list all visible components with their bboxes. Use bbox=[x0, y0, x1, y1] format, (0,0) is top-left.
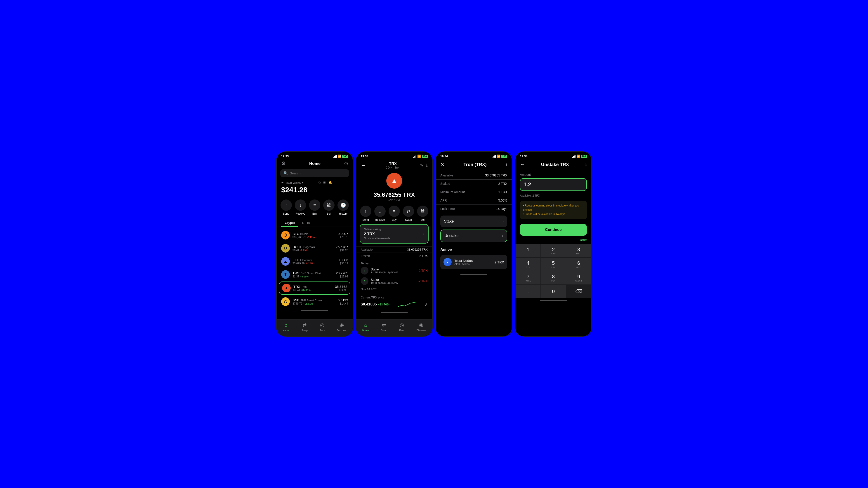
home-indicator-3 bbox=[460, 274, 487, 275]
home-icon: ⌂ bbox=[285, 322, 287, 328]
bnb-amount: 0.0192 $14.44 bbox=[338, 298, 348, 305]
trx-sell-btn[interactable]: 🏛 Sell bbox=[417, 205, 428, 221]
key-dot[interactable]: . bbox=[515, 285, 541, 298]
numpad: 1 2 ABC 3 DEF 4 GHI 5 bbox=[515, 244, 591, 298]
screens-container: 19:33 📶 100 ⚙ Home ⊙ 🔍 👁 bbox=[276, 151, 592, 337]
buy-button[interactable]: ≡ Buy bbox=[309, 199, 320, 215]
trx-receive-btn[interactable]: ↓ Receive bbox=[374, 205, 385, 221]
close-button-3[interactable]: ✕ bbox=[440, 162, 444, 167]
tab-nfts[interactable]: NFTs bbox=[298, 219, 313, 227]
nav-earn[interactable]: ◎ Earn bbox=[320, 322, 325, 332]
bell-icon[interactable]: 🔔 bbox=[329, 181, 332, 184]
edit-icon[interactable]: ✎ bbox=[420, 163, 423, 168]
status-icons-1: 📶 100 bbox=[333, 155, 348, 158]
battery-icon-4: 100 bbox=[581, 155, 587, 158]
key-8[interactable]: 8 TUV bbox=[541, 271, 566, 285]
nav-home[interactable]: ⌂ Home bbox=[283, 322, 289, 332]
chevron-up-price[interactable]: ∧ bbox=[425, 302, 428, 307]
search-bar[interactable]: 🔍 bbox=[280, 169, 349, 177]
status-icons-3: 📶 100 bbox=[493, 155, 507, 158]
sell-button[interactable]: 🏛 Sell bbox=[323, 199, 335, 215]
status-bar-4: 19:34 📶 100 bbox=[515, 152, 591, 160]
search-input[interactable] bbox=[290, 171, 346, 175]
amount-input[interactable] bbox=[524, 182, 592, 188]
nav-discover[interactable]: ◉ Discover bbox=[337, 322, 347, 332]
stake-button[interactable]: Stake › bbox=[440, 216, 507, 227]
amount-section: Amount ⊗ Max bbox=[515, 171, 591, 193]
available-row: Available 33.676255 TRX bbox=[356, 246, 432, 253]
key-3[interactable]: 3 DEF bbox=[566, 244, 591, 258]
key-5[interactable]: 5 JKL bbox=[541, 258, 566, 271]
unstake-button[interactable]: Unstake › bbox=[440, 230, 507, 242]
trx-buy-btn[interactable]: ≡ Buy bbox=[389, 205, 400, 221]
doge-info: DOGE Dogecoin $0.41 -2.99% bbox=[292, 245, 333, 252]
staking-header: ✕ Tron (TRX) ℹ bbox=[436, 160, 512, 171]
home-title: Home bbox=[309, 161, 320, 166]
eye-icon: 👁 bbox=[281, 181, 284, 184]
trust-nodes-amount: 2 TRX bbox=[495, 260, 504, 264]
home-indicator-1 bbox=[301, 310, 328, 311]
trx-swap-btn[interactable]: ⇄ Swap bbox=[403, 205, 414, 221]
bnb-item[interactable]: ⬡ BNB BNB Smart Chain $749.76 +15.61% 0.… bbox=[277, 295, 352, 308]
minimum-info-row: Minimum Amount 1 TRX bbox=[436, 188, 512, 196]
btc-info: BTC Bitcoin $95,963.78 -0.10% bbox=[292, 232, 335, 239]
done-link[interactable]: Done bbox=[515, 238, 591, 242]
nav-home-2[interactable]: ⌂ Home bbox=[362, 322, 369, 332]
trx-info: TRX Tron $0.41 +87.11% bbox=[293, 285, 332, 292]
trust-nodes-item[interactable]: ● Trust Nodes APR 5.06% 2 TRX bbox=[440, 255, 507, 269]
bottom-nav-2: ⌂ Home ⇄ Swap ◎ Earn ◉ Discover bbox=[356, 319, 432, 336]
screen-home: 19:33 📶 100 ⚙ Home ⊙ 🔍 👁 bbox=[276, 151, 353, 337]
home-header: ⚙ Home ⊙ bbox=[277, 160, 352, 169]
back-button-4[interactable]: ← bbox=[520, 162, 525, 167]
trx-send-btn[interactable]: ↑ Send bbox=[360, 205, 371, 221]
staking-card[interactable]: Native staking 2 TRX No claimable reward… bbox=[360, 224, 429, 243]
btc-item[interactable]: ₿ BTC Bitcoin $95,963.78 -0.10% 0.0007 $… bbox=[277, 229, 352, 242]
nav-swap[interactable]: ⇄ Swap bbox=[301, 322, 308, 332]
key-7[interactable]: 7 PQRS bbox=[515, 271, 541, 285]
qr-icon[interactable]: ⊞ bbox=[323, 181, 326, 184]
back-button-2[interactable]: ← bbox=[361, 162, 366, 168]
tab-crypto[interactable]: Crypto bbox=[281, 219, 298, 227]
nav-earn-2[interactable]: ◎ Earn bbox=[399, 322, 404, 332]
nav-discover-2[interactable]: ◉ Discover bbox=[416, 322, 426, 332]
price-section: Current TRX price $0.41035 +83.76% ∧ bbox=[356, 293, 432, 311]
wifi-icon-2: 📶 bbox=[417, 155, 421, 158]
doge-item[interactable]: D DOGE Dogecoin $0.41 -2.99% 75.5787 $31… bbox=[277, 242, 352, 255]
trx-amount: 35.6762 $14.98 bbox=[335, 285, 347, 292]
continue-button[interactable]: Continue bbox=[520, 224, 587, 236]
key-4[interactable]: 4 GHI bbox=[515, 258, 541, 271]
trx-balance: 35.676255 TRX ≈$14.64 bbox=[356, 191, 432, 202]
wifi-icon-4: 📶 bbox=[577, 155, 580, 158]
info-icon-4[interactable]: ℹ bbox=[585, 162, 587, 167]
nav-swap-2[interactable]: ⇄ Swap bbox=[381, 322, 387, 332]
tx-item-2[interactable]: ↑ Stake To: TFqEaQB...1pTKw47 -2 TRX bbox=[361, 277, 428, 285]
eth-item[interactable]: Ξ ETH Ethereum $3,629.39 -0.26% 0.0083 $… bbox=[277, 255, 352, 268]
home-indicator-4 bbox=[540, 300, 567, 301]
warning-text-2: • Funds will be available in 14 days bbox=[523, 212, 584, 217]
trx-item[interactable]: ▲ TRX Tron $0.41 +87.11% 35.6762 $14.98 bbox=[279, 282, 350, 295]
screen-tron-staking: 19:34 📶 100 ✕ Tron (TRX) ℹ Available 33.… bbox=[435, 151, 512, 337]
key-1[interactable]: 1 bbox=[515, 244, 541, 258]
trx-actions: ↑ Send ↓ Receive ≡ Buy ⇄ Swap 🏛 Sell bbox=[356, 203, 432, 224]
key-backspace[interactable]: ⌫ bbox=[566, 285, 591, 298]
amount-input-row: ⊗ Max bbox=[520, 178, 587, 191]
scan-icon[interactable]: ⊙ bbox=[344, 161, 348, 166]
key-9[interactable]: 9 WXYZ bbox=[566, 271, 591, 285]
history-button[interactable]: 🕐 History bbox=[338, 199, 349, 215]
info-icon-2[interactable]: ℹ bbox=[426, 163, 428, 168]
key-2[interactable]: 2 ABC bbox=[541, 244, 566, 258]
send-button[interactable]: ↑ Send bbox=[281, 199, 292, 215]
copy-icon[interactable]: ⧉ bbox=[318, 181, 320, 184]
info-icon-3[interactable]: ℹ bbox=[506, 162, 507, 167]
key-6[interactable]: 6 MNO bbox=[566, 258, 591, 271]
transactions-section: Today ↑ Stake To: TFqEaQB...1pTKw47 -2 T… bbox=[356, 259, 432, 291]
tx-item-1[interactable]: ↑ Stake To: TFqEaQB...1pTKw47 -2 TRX bbox=[361, 267, 428, 274]
key-0[interactable]: 0 bbox=[541, 285, 566, 298]
signal-icon-2 bbox=[413, 155, 416, 158]
time-3: 19:34 bbox=[440, 155, 448, 158]
receive-button[interactable]: ↓ Receive bbox=[295, 199, 306, 215]
settings-icon[interactable]: ⚙ bbox=[281, 161, 286, 166]
battery-icon-1: 100 bbox=[342, 155, 348, 158]
twt-item[interactable]: T TWT BNB Smart Chain $1.37 +8.15% 20.27… bbox=[277, 268, 352, 281]
status-icons-4: 📶 100 bbox=[572, 155, 587, 158]
